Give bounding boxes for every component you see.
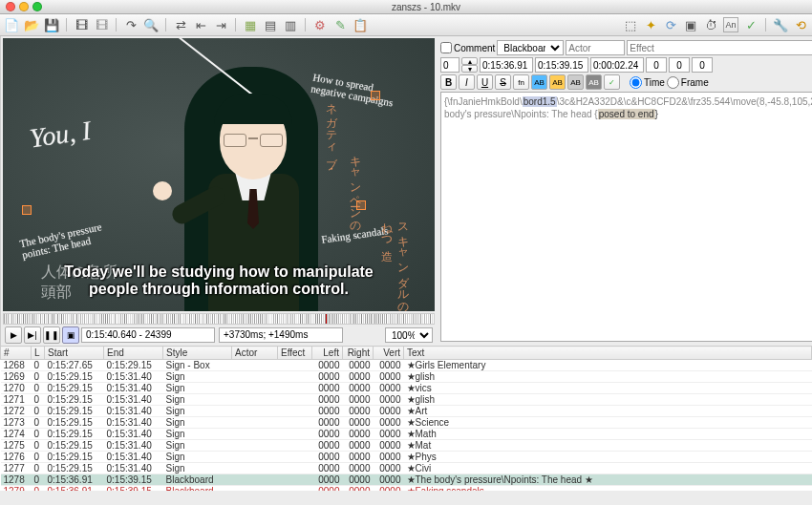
table-row[interactable]: 126800:15:27.650:15:29.15Sign - Box00000… xyxy=(1,360,812,371)
table-row[interactable]: 127700:15:29.150:15:31.40Sign00000000000… xyxy=(1,463,812,474)
table-row[interactable]: 127600:15:29.150:15:31.40Sign00000000000… xyxy=(1,452,812,463)
table-row[interactable]: 127800:15:36.910:15:39.15Blackboard00000… xyxy=(1,474,812,486)
snap-start-icon[interactable]: ⇤ xyxy=(193,17,208,32)
layer-input[interactable] xyxy=(440,57,459,73)
kanji-icon[interactable]: An xyxy=(723,17,738,32)
table-row[interactable]: 127500:15:29.150:15:31.40Sign00000000000… xyxy=(1,440,812,452)
minimize-button[interactable] xyxy=(19,2,29,11)
col-header[interactable]: Right xyxy=(343,347,374,360)
col-header[interactable]: Style xyxy=(163,347,232,360)
duration-input[interactable] xyxy=(590,57,644,73)
attach-icon[interactable]: ▤ xyxy=(263,17,278,32)
titlebar: zanszs - 10.mkv xyxy=(0,0,812,14)
shift-display: +3730ms; +1490ms xyxy=(219,327,343,343)
start-time-input[interactable] xyxy=(480,57,533,73)
video-open-icon[interactable]: 🎞 xyxy=(74,17,89,32)
comment-checkbox[interactable] xyxy=(440,42,452,53)
table-row[interactable]: 127100:15:29.150:15:31.40Sign00000000000… xyxy=(1,394,812,406)
bold-button[interactable]: B xyxy=(440,74,457,90)
col-header[interactable]: Effect xyxy=(278,347,312,360)
actor-input[interactable] xyxy=(566,40,625,55)
video-close-icon[interactable]: 🎞 xyxy=(94,17,109,32)
time-label: Time xyxy=(644,77,665,88)
subtitle-text-input[interactable]: {\fnJanieHmkBold\bord1.5\3c&H2A332D&\c&H… xyxy=(440,92,812,342)
effect-input[interactable] xyxy=(627,40,812,55)
time-radio[interactable] xyxy=(630,76,642,89)
timing-icon[interactable]: ⏱ xyxy=(703,17,718,32)
window-title: zanszs - 10.mkv xyxy=(46,2,806,12)
fonts-icon[interactable]: ▥ xyxy=(283,17,298,32)
frame-label: Frame xyxy=(681,77,709,88)
autoscroll-button[interactable]: ▣ xyxy=(62,326,79,344)
color4-button[interactable]: AB xyxy=(586,74,602,90)
commit-button[interactable]: ✓ xyxy=(604,74,620,90)
col-header[interactable]: Left xyxy=(312,347,343,360)
subtitle-grid[interactable]: #LStartEndStyleActorEffectLeftRightVertT… xyxy=(0,346,812,491)
play-button[interactable]: ▶ xyxy=(5,326,22,344)
main-toolbar: 📄 📂 💾 🎞 🎞 ↷ 🔍 ⇄ ⇤ ⇥ ▦ ▤ ▥ ⚙ ✎ 📋 ⬚ ✦ ⟳ ▣ … xyxy=(0,14,812,36)
clipboard-icon[interactable]: 📋 xyxy=(353,17,368,32)
table-row[interactable]: 127900:15:36.910:15:39.15Blackboard00000… xyxy=(1,486,812,492)
color1-button[interactable]: AB xyxy=(531,74,547,90)
frame-radio[interactable] xyxy=(667,76,679,89)
time-display: 0:15:40.640 - 24399 xyxy=(81,327,215,343)
automation-icon[interactable]: ⚙ xyxy=(312,17,328,32)
play-line-button[interactable]: ▶| xyxy=(24,326,41,344)
snap-end-icon[interactable]: ⇥ xyxy=(213,17,228,32)
comment-label: Comment xyxy=(454,43,495,53)
font-button[interactable]: fn xyxy=(513,74,529,90)
resample-icon[interactable]: ▣ xyxy=(683,17,698,32)
underline-button[interactable]: U xyxy=(477,74,493,90)
styling-icon[interactable]: ⟳ xyxy=(663,17,678,32)
zoom-select[interactable]: 100% xyxy=(385,327,433,343)
layer-down[interactable]: ▾ xyxy=(461,65,478,73)
col-header[interactable]: Text xyxy=(404,347,812,360)
options-icon[interactable]: 🔧 xyxy=(773,17,788,32)
table-row[interactable]: 127000:15:29.150:15:31.40Sign00000000000… xyxy=(1,383,812,394)
col-header[interactable]: End xyxy=(104,347,163,360)
color3-button[interactable]: AB xyxy=(567,74,584,90)
translation-icon[interactable]: ✦ xyxy=(643,17,658,32)
cycle-icon[interactable]: ⟲ xyxy=(793,17,808,32)
zoom-icon[interactable]: 🔍 xyxy=(143,17,159,32)
maximize-button[interactable] xyxy=(32,2,42,11)
col-header[interactable]: Actor xyxy=(232,347,278,360)
assdraw-icon[interactable]: ✎ xyxy=(332,17,348,32)
save-icon[interactable]: 💾 xyxy=(44,17,59,32)
col-header[interactable]: # xyxy=(1,347,32,360)
jump-icon[interactable]: ↷ xyxy=(123,17,139,32)
italic-button[interactable]: I xyxy=(459,74,475,90)
playback-controls: ▶ ▶| ❚❚ ▣ 0:15:40.640 - 24399 +3730ms; +… xyxy=(1,325,437,346)
shift-icon[interactable]: ⇄ xyxy=(173,17,188,32)
table-row[interactable]: 127400:15:29.150:15:31.40Sign00000000000… xyxy=(1,429,812,440)
select-icon[interactable]: ⬚ xyxy=(623,17,638,32)
subtitle-overlay: Today we'll be studying how to manipulat… xyxy=(3,263,435,298)
pause-button[interactable]: ❚❚ xyxy=(43,326,60,344)
color2-button[interactable]: AB xyxy=(549,74,566,90)
style-select[interactable]: Blackboard xyxy=(497,40,564,55)
margin-l-input[interactable] xyxy=(646,57,667,73)
open-icon[interactable]: 📂 xyxy=(24,17,39,32)
table-row[interactable]: 126900:15:29.150:15:31.40Sign00000000000… xyxy=(1,371,812,383)
drag-handle[interactable] xyxy=(371,91,380,100)
table-row[interactable]: 127200:15:29.150:15:31.40Sign00000000000… xyxy=(1,406,812,417)
new-icon[interactable]: 📄 xyxy=(4,17,19,32)
col-header[interactable]: Start xyxy=(45,347,104,360)
table-row[interactable]: 127300:15:29.150:15:31.40Sign00000000000… xyxy=(1,417,812,429)
spellcheck-icon[interactable]: ✓ xyxy=(743,17,759,32)
audio-waveform[interactable] xyxy=(3,313,435,325)
close-button[interactable] xyxy=(6,2,15,11)
video-preview[interactable]: You, I The body's pressure points: The h… xyxy=(3,38,435,311)
edit-panel: Comment Blackboard ▴▾ B I U S fn AB AB A… xyxy=(437,36,812,346)
styles-icon[interactable]: ▦ xyxy=(243,17,258,32)
margin-v-input[interactable] xyxy=(692,57,713,73)
margin-r-input[interactable] xyxy=(669,57,690,73)
drag-handle[interactable] xyxy=(22,205,32,215)
col-header[interactable]: L xyxy=(32,347,45,360)
col-header[interactable]: Vert xyxy=(374,347,404,360)
strike-button[interactable]: S xyxy=(495,74,511,90)
end-time-input[interactable] xyxy=(535,57,588,73)
